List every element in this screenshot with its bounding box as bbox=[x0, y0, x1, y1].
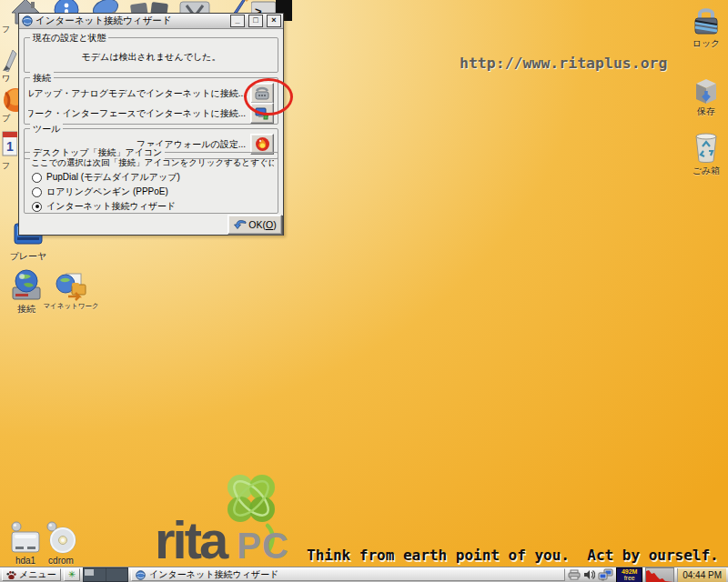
icon-label: hda1 bbox=[15, 556, 35, 566]
memory-indicator[interactable]: 492M free bbox=[616, 567, 642, 582]
ok-label: OK( bbox=[248, 219, 266, 230]
dialup-connect-label: ダイヤルアップ・アナログモデムでインターネットに接続... bbox=[28, 87, 246, 100]
desktop-icon-connect[interactable]: 接続 bbox=[5, 269, 47, 316]
group-desktop-connect-icon: デスクトップ「接続」アイコン ここでの選択は次回「接続」アイコンをクリックすると… bbox=[24, 152, 278, 214]
logo-text-rita: rita bbox=[155, 515, 226, 565]
pager-window-marker bbox=[85, 569, 94, 576]
annotation-red-circle bbox=[244, 78, 293, 115]
logo-text-pc: PC bbox=[237, 527, 289, 564]
icon-label: cdrom bbox=[48, 556, 74, 566]
radio-label: PupDial (モデムダイアルアップ) bbox=[46, 171, 180, 184]
task-button-label: インターネット接続ウィザード bbox=[149, 568, 278, 581]
ok-arrow-icon bbox=[233, 219, 247, 230]
group-label: 現在の設定と状態 bbox=[30, 32, 108, 45]
icon-label-fragment: ブ bbox=[2, 113, 10, 125]
asterisk-icon: ✳ bbox=[68, 570, 76, 579]
icon-label: ごみ箱 bbox=[693, 165, 720, 177]
calendar-icon[interactable]: 1 bbox=[2, 129, 17, 156]
desktop-icon-save[interactable]: 保存 bbox=[684, 76, 728, 118]
modem-status-message: モデムは検出されませんでした。 bbox=[25, 50, 278, 63]
task-button-internet-wizard[interactable]: インターネット接続ウィザード bbox=[131, 568, 565, 581]
minimize-button[interactable]: _ bbox=[230, 15, 245, 27]
cdrom-icon bbox=[44, 520, 78, 555]
icon-label-fragment: ワ bbox=[2, 73, 10, 85]
radio-circle-selected bbox=[32, 202, 42, 212]
desktop: > フ ワ ブ 1 フ プレーヤ 接続 マイネットワーク ロック 保存 ごみ箱 … bbox=[0, 0, 728, 582]
icon-label: 保存 bbox=[697, 105, 715, 118]
menu-paw-icon bbox=[6, 570, 16, 580]
svg-text:1: 1 bbox=[6, 139, 14, 154]
internet-wizard-dialog: インターネット接続ウィザード _ □ × 現在の設定と状態 モデムは検出されませ… bbox=[18, 13, 284, 236]
desktop-icon-mynetwork[interactable]: マイネットワーク bbox=[46, 272, 96, 311]
pager-desktop-1[interactable] bbox=[84, 568, 106, 581]
radio-label: インターネット接続ウィザード bbox=[46, 200, 176, 213]
my-network-icon bbox=[54, 272, 88, 301]
close-button[interactable]: × bbox=[267, 15, 281, 27]
clock[interactable]: 04:44 PM bbox=[677, 568, 726, 582]
save-box-icon bbox=[693, 76, 720, 105]
memory-free-amount: 492M bbox=[622, 568, 638, 575]
menu-label: メニュー bbox=[19, 568, 56, 581]
lock-icon bbox=[693, 5, 720, 36]
quick-launch-button[interactable]: ✳ bbox=[64, 568, 80, 581]
printer-icon[interactable] bbox=[568, 569, 581, 580]
radio-label: ロアリングペンギン (PPPoE) bbox=[46, 186, 168, 198]
browser-firefox-icon[interactable] bbox=[2, 87, 18, 113]
rita-pc-logo: rita PC bbox=[155, 515, 289, 565]
desktop-pager[interactable] bbox=[83, 567, 128, 582]
radio-option-pppoe[interactable]: ロアリングペンギン (PPPoE) bbox=[32, 186, 168, 198]
desktop-icon-lock[interactable]: ロック bbox=[684, 5, 728, 50]
radio-circle bbox=[32, 173, 42, 183]
connect-globe-icon bbox=[10, 269, 43, 302]
taskbar: メニュー ✳ インターネット接続ウィザード 492M free 04:44 PM bbox=[0, 567, 728, 582]
ok-button[interactable]: OK(O) bbox=[228, 215, 282, 235]
menu-button[interactable]: メニュー bbox=[2, 568, 61, 581]
icon-label: ロック bbox=[693, 37, 721, 50]
cpu-usage-graph[interactable] bbox=[645, 567, 674, 582]
desktop-icon-cdrom[interactable]: cdrom bbox=[40, 520, 82, 566]
group-connect: 接続 ダイヤルアップ・アナログモデムでインターネットに接続... ネットワーク・… bbox=[24, 77, 278, 125]
icon-label-fragment: フ bbox=[2, 24, 10, 35]
system-tray: 492M free 04:44 PM bbox=[568, 567, 726, 582]
radio-circle bbox=[32, 187, 42, 197]
ok-mnemonic: O bbox=[266, 219, 273, 230]
icon-label: 接続 bbox=[17, 303, 35, 316]
icon-label: プレーヤ bbox=[10, 250, 47, 263]
network-connect-label: ネットワーク・インターフェースでインターネットに接続... bbox=[28, 107, 246, 120]
pager-desktop-2[interactable] bbox=[106, 568, 128, 581]
memory-free-label: free bbox=[624, 575, 635, 581]
maximize-button[interactable]: □ bbox=[248, 15, 263, 27]
network-monitor-icon[interactable] bbox=[598, 568, 613, 581]
icon-label: マイネットワーク bbox=[43, 302, 98, 311]
radio-option-pupdial[interactable]: PupDial (モデムダイアルアップ) bbox=[32, 171, 180, 184]
dialog-titlebar[interactable]: インターネット接続ウィザード _ □ × bbox=[19, 14, 283, 29]
desktop-url-text: http://www.ritaplus.org bbox=[460, 55, 667, 72]
cutter-icon[interactable] bbox=[2, 47, 17, 72]
desktop-slogan-text: Think from earth point of you. Act by ou… bbox=[307, 547, 719, 564]
ok-label-suffix: ) bbox=[273, 219, 277, 230]
wizard-globe-icon bbox=[22, 15, 33, 26]
firewall-flame-icon bbox=[255, 136, 270, 152]
group-current-status: 現在の設定と状態 モデムは検出されませんでした。 bbox=[24, 37, 278, 73]
wizard-globe-icon bbox=[136, 570, 146, 580]
hard-drive-icon bbox=[10, 520, 41, 555]
radio-option-wizard[interactable]: インターネット接続ウィザード bbox=[32, 200, 176, 213]
selection-description: ここでの選択は次回「接続」アイコンをクリックするとすぐに開始します: bbox=[31, 157, 274, 169]
icon-label-fragment: フ bbox=[2, 160, 10, 172]
trash-icon bbox=[693, 131, 720, 164]
desktop-icon-trash[interactable]: ごみ箱 bbox=[682, 131, 728, 177]
volume-icon[interactable] bbox=[583, 569, 595, 580]
dialog-title: インターネット接続ウィザード bbox=[35, 15, 227, 27]
